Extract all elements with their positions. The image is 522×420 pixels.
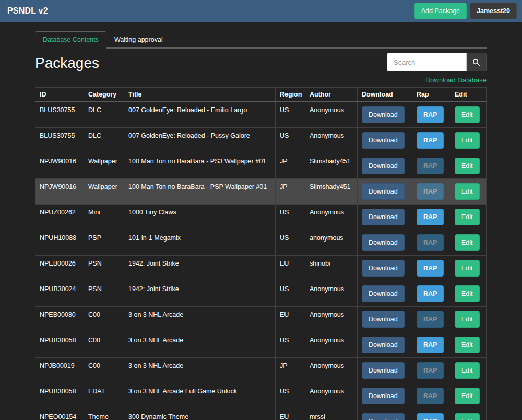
cell-download: Download	[358, 179, 412, 205]
search-input[interactable]	[387, 53, 467, 71]
rap-button[interactable]: RAP	[417, 260, 444, 277]
download-button[interactable]: Download	[362, 158, 405, 174]
download-button[interactable]: Download	[362, 362, 405, 379]
cell-download: Download	[358, 230, 412, 256]
cell-title: 3 on 3 NHL Arcade	[124, 332, 276, 358]
table-row: NPJW90016 Wallpaper 100 Man Ton no BaraB…	[35, 179, 487, 205]
cell-title: 3 on 3 NHL Arcade Full Game Unlock	[124, 383, 276, 409]
cell-author: Anonymous	[305, 307, 358, 332]
page-title: Packages	[35, 55, 99, 71]
table-row: NPUZ00262 Mini 1000 Tiny Claws US Anonym…	[35, 205, 487, 230]
download-button[interactable]: Download	[362, 388, 405, 404]
download-button[interactable]: Download	[362, 413, 405, 420]
cell-rap: RAP	[412, 358, 450, 383]
cell-id: NPEO00154	[35, 409, 84, 420]
rap-button: RAP	[417, 311, 444, 328]
download-button[interactable]: Download	[362, 234, 405, 251]
cell-category: Mini	[84, 205, 124, 230]
cell-rap: RAP	[412, 128, 450, 153]
download-button[interactable]: Download	[362, 311, 405, 328]
cell-title: 007 GoldenEye: Reloaded - Emilio Largo	[124, 102, 276, 128]
rap-button[interactable]: RAP	[417, 106, 444, 123]
cell-download: Download	[358, 307, 412, 332]
rap-button: RAP	[417, 158, 444, 174]
cell-region: US	[276, 332, 305, 358]
cell-region: EU	[276, 256, 305, 281]
edit-button[interactable]: Edit	[455, 234, 480, 251]
cell-id: NPEB00026	[35, 256, 84, 281]
table-header-row: ID Category Title Region Author Download…	[35, 88, 487, 102]
packages-table: ID Category Title Region Author Download…	[35, 87, 487, 420]
cell-author: Slimshady451	[305, 153, 358, 179]
cell-title: 3 on 3 NHL Arcade	[124, 358, 276, 383]
edit-button[interactable]: Edit	[455, 132, 480, 149]
cell-region: US	[276, 128, 305, 153]
edit-button[interactable]: Edit	[455, 106, 480, 123]
cell-category: DLC	[84, 128, 124, 153]
table-row: NPJB00019 C00 3 on 3 NHL Arcade JP Anony…	[35, 358, 487, 383]
cell-category: C00	[84, 307, 124, 332]
search-button[interactable]	[467, 53, 487, 71]
download-database-link[interactable]: Download Database	[425, 76, 487, 84]
cell-download: Download	[358, 409, 412, 420]
edit-button[interactable]: Edit	[455, 311, 480, 328]
tab-database-contents[interactable]: Database Contents	[35, 31, 106, 49]
cell-download: Download	[358, 153, 412, 179]
edit-button[interactable]: Edit	[455, 285, 480, 302]
cell-edit: Edit	[450, 281, 487, 307]
edit-button[interactable]: Edit	[455, 209, 480, 225]
rap-button[interactable]: RAP	[417, 132, 444, 149]
rap-button: RAP	[417, 183, 444, 200]
header-author: Author	[305, 88, 358, 102]
edit-button[interactable]: Edit	[455, 260, 480, 277]
rap-button: RAP	[417, 362, 444, 379]
edit-button[interactable]: Edit	[455, 158, 480, 174]
rap-button[interactable]: RAP	[417, 337, 444, 353]
header-title: Title	[124, 88, 276, 102]
table-row: NPEB00026 PSN 1942: Joint Strike EU shin…	[35, 256, 487, 281]
add-package-button[interactable]: Add Package	[414, 3, 467, 19]
cell-download: Download	[358, 358, 412, 383]
cell-author: anonymous	[305, 230, 358, 256]
download-button[interactable]: Download	[362, 285, 405, 302]
header-download: Download	[358, 88, 412, 102]
cell-edit: Edit	[450, 102, 487, 128]
header-edit: Edit	[450, 88, 487, 102]
cell-region: US	[276, 230, 305, 256]
cell-author: Anonymous	[305, 205, 358, 230]
tab-waiting-approval[interactable]: Waiting approval	[106, 31, 171, 49]
user-menu-button[interactable]: Jamesst20	[470, 3, 517, 19]
download-button[interactable]: Download	[362, 260, 405, 277]
cell-author: Anonymous	[305, 383, 358, 409]
cell-title: 100 Man Ton no BaraBara - PSP Wallpaper …	[124, 179, 276, 205]
edit-button[interactable]: Edit	[455, 413, 480, 420]
edit-button[interactable]: Edit	[455, 388, 480, 404]
download-button[interactable]: Download	[362, 106, 405, 123]
header-region: Region	[276, 88, 305, 102]
cell-id: BLUS30755	[35, 102, 84, 128]
edit-button[interactable]: Edit	[455, 183, 480, 200]
navbar-actions: Add Package Jamesst20	[414, 3, 517, 19]
cell-download: Download	[358, 128, 412, 153]
download-button[interactable]: Download	[362, 337, 405, 353]
cell-rap: RAP	[412, 205, 450, 230]
cell-title: 1942: Joint Strike	[124, 281, 276, 307]
cell-category: C00	[84, 358, 124, 383]
table-row: NPUB30024 PSN 1942: Joint Strike US Anon…	[35, 281, 487, 307]
cell-author: Slimshady451	[305, 179, 358, 205]
cell-category: EDAT	[84, 383, 124, 409]
page-header: Packages	[35, 53, 487, 71]
table-row: NPEO00154 Theme 300 Dynamic Theme EU mrs…	[35, 409, 487, 420]
table-row: BLUS30755 DLC 007 GoldenEye: Reloaded - …	[35, 102, 487, 128]
cell-rap: RAP	[412, 307, 450, 332]
edit-button[interactable]: Edit	[455, 337, 480, 353]
rap-button[interactable]: RAP	[417, 285, 444, 302]
rap-button[interactable]: RAP	[417, 209, 444, 225]
edit-button[interactable]: Edit	[455, 362, 480, 379]
download-button[interactable]: Download	[362, 132, 405, 149]
rap-button[interactable]: RAP	[417, 413, 444, 420]
rap-button: RAP	[417, 388, 444, 404]
cell-rap: RAP	[412, 383, 450, 409]
download-button[interactable]: Download	[362, 209, 405, 225]
download-button[interactable]: Download	[362, 183, 405, 200]
